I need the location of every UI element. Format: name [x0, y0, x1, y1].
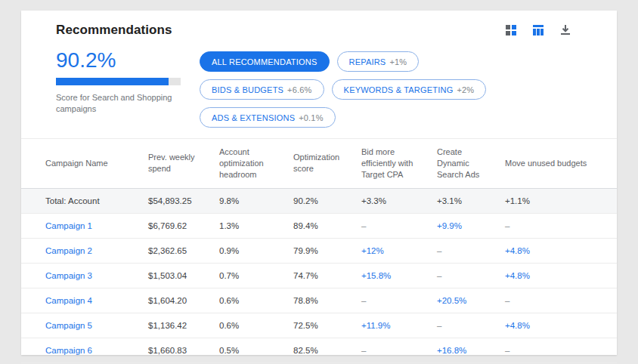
cell: +4.8% [505, 313, 617, 338]
recommendations-card: Recommendations [21, 11, 617, 355]
column-header: Move unused budgets [505, 139, 617, 189]
optimization-score-value: 90.2% [56, 48, 200, 72]
cell: +15.8% [361, 263, 437, 288]
cell: 72.5% [293, 313, 361, 338]
chip-delta: +6.6% [287, 85, 312, 94]
cell: +4.8% [505, 238, 617, 263]
column-header: Optimization score [293, 139, 361, 189]
cell: +12% [361, 238, 437, 263]
chip-delta: +0.1% [299, 113, 324, 122]
filter-chips: ALL RECOMMENDATIONSREPAIRS+1%BIDS & BUDG… [200, 51, 517, 128]
cell: +20.5% [437, 288, 505, 313]
cell: 74.7% [293, 263, 361, 288]
table-header-row: Campaign NamePrev. weekly spendAccount o… [21, 139, 617, 189]
campaign-name-cell: Campaign 5 [21, 313, 148, 338]
campaign-link[interactable]: Campaign 5 [45, 321, 92, 330]
cell: 90.2% [293, 188, 361, 213]
cell: +16.8% [437, 338, 505, 362]
filter-chip-keywords-targeting[interactable]: KEYWORDS & TARGETING+2% [332, 79, 487, 100]
table-row: Campaign 6$1,660.830.5%82.5%–+16.8%– [21, 338, 617, 362]
cell: +3.3% [361, 188, 437, 213]
chip-label: REPAIRS [349, 57, 386, 66]
campaign-link[interactable]: Campaign 4 [45, 296, 92, 305]
cell: – [437, 263, 505, 288]
filter-chip-all-recommendations[interactable]: ALL RECOMMENDATIONS [200, 51, 330, 72]
table-row: Campaign 1$6,769.621.3%89.4%–+9.9%– [21, 213, 617, 238]
chip-label: ALL RECOMMENDATIONS [212, 57, 317, 66]
card-header: Recommendations [21, 11, 617, 38]
filter-chip-bids-budgets[interactable]: BIDS & BUDGETS+6.6% [200, 79, 324, 100]
cell: +11.9% [361, 313, 437, 338]
cell: – [361, 213, 437, 238]
cell: $6,769.62 [148, 213, 219, 238]
score-progress-bar [56, 78, 181, 85]
cell: 82.5% [293, 338, 361, 362]
chip-label: BIDS & BUDGETS [212, 85, 283, 94]
campaign-name-cell: Total: Account [21, 188, 148, 213]
score-and-filters: 90.2% Score for Search and Shopping camp… [21, 38, 617, 137]
campaign-name-cell: Campaign 4 [21, 288, 148, 313]
table-row: Campaign 2$2,362.650.9%79.9%+12%–+4.8% [21, 238, 617, 263]
cell: 0.6% [219, 288, 293, 313]
chip-label: KEYWORDS & TARGETING [344, 85, 454, 94]
optimization-score-block: 90.2% Score for Search and Shopping camp… [56, 48, 200, 128]
column-header: Prev. weekly spend [148, 139, 219, 189]
cell: 0.6% [219, 313, 293, 338]
cell: – [437, 238, 505, 263]
campaign-link[interactable]: Campaign 1 [45, 221, 92, 230]
table-body: Total: Account$54,893.259.8%90.2%+3.3%+3… [21, 188, 617, 362]
total-row: Total: Account$54,893.259.8%90.2%+3.3%+3… [21, 188, 617, 213]
column-header: Create Dynamic Search Ads [437, 139, 505, 189]
score-caption: Score for Search and Shopping campaigns [56, 92, 181, 116]
cell: $2,362.65 [148, 238, 219, 263]
filter-chip-repairs[interactable]: REPAIRS+1% [337, 51, 420, 72]
cell: – [505, 338, 617, 362]
column-header: Bid more efficiently with Target CPA [361, 139, 437, 189]
chip-delta: +2% [457, 85, 474, 94]
cell: +9.9% [437, 213, 505, 238]
cell: 9.8% [219, 188, 293, 213]
cell: 79.9% [293, 238, 361, 263]
header-icons [503, 23, 599, 38]
column-header: Account optimization headroom [219, 139, 293, 189]
chip-label: ADS & EXTENSIONS [212, 113, 295, 122]
cell: $1,604.20 [148, 288, 219, 313]
cell: $1,660.83 [148, 338, 219, 362]
total-label: Total: Account [45, 196, 100, 205]
cell: 0.7% [219, 263, 293, 288]
cell: $54,893.25 [148, 188, 219, 213]
table-row: Campaign 4$1,604.200.6%78.8%–+20.5%– [21, 288, 617, 313]
campaign-link[interactable]: Campaign 6 [45, 346, 92, 355]
cell: – [361, 338, 437, 362]
cell: +1.1% [505, 188, 617, 213]
cell: 1.3% [219, 213, 293, 238]
cell: +3.1% [437, 188, 505, 213]
dashboard-view-icon[interactable] [503, 23, 519, 38]
campaign-link[interactable]: Campaign 3 [45, 271, 92, 280]
campaign-name-cell: Campaign 6 [21, 338, 148, 362]
cell: $1,136.42 [148, 313, 219, 338]
column-chart-view-icon[interactable] [531, 23, 546, 38]
page-title: Recommendations [56, 23, 172, 38]
column-header: Campaign Name [21, 139, 148, 189]
cell: – [505, 288, 617, 313]
score-progress-fill [56, 78, 169, 85]
filter-chip-ads-extensions[interactable]: ADS & EXTENSIONS+0.1% [200, 107, 336, 128]
campaign-name-cell: Campaign 2 [21, 238, 148, 263]
download-icon[interactable] [558, 23, 573, 38]
cell: – [361, 288, 437, 313]
cell: 78.8% [293, 288, 361, 313]
campaign-name-cell: Campaign 3 [21, 263, 148, 288]
cell: – [437, 313, 505, 338]
cell: 89.4% [293, 213, 361, 238]
cell: 0.9% [219, 238, 293, 263]
table-row: Campaign 3$1,503.040.7%74.7%+15.8%–+4.8% [21, 263, 617, 288]
chip-delta: +1% [389, 57, 407, 66]
recommendations-table: Campaign NamePrev. weekly spendAccount o… [21, 138, 617, 363]
cell: 0.5% [219, 338, 293, 362]
campaign-name-cell: Campaign 1 [21, 213, 148, 238]
cell: – [505, 213, 617, 238]
cell: $1,503.04 [148, 263, 219, 288]
campaign-link[interactable]: Campaign 2 [45, 246, 92, 255]
table-row: Campaign 5$1,136.420.6%72.5%+11.9%–+4.8% [21, 313, 617, 338]
